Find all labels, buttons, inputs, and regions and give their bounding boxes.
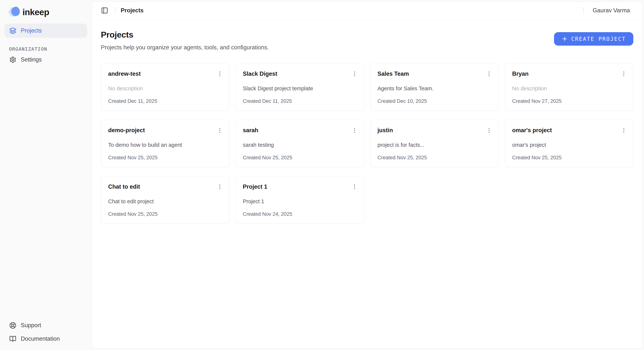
- project-card[interactable]: Sales Team Agents for Sales Team. Create…: [370, 63, 499, 111]
- logo[interactable]: inkeep: [0, 5, 92, 17]
- project-title: Project 1: [243, 183, 267, 190]
- header-right: Gaurav Varma: [584, 7, 642, 14]
- project-card-header: demo-project: [108, 125, 222, 135]
- project-card-header: Chat to edit: [108, 182, 222, 192]
- sidebar-item-support[interactable]: Support: [4, 319, 87, 331]
- project-menu-button[interactable]: [484, 125, 494, 135]
- project-title: andrew-test: [108, 70, 141, 77]
- sidebar-item-label: Settings: [21, 56, 42, 63]
- gear-icon: [9, 56, 16, 63]
- project-card[interactable]: justin project is for facts... Created N…: [370, 120, 499, 167]
- project-card-header: Bryan: [512, 69, 626, 79]
- project-card-header: Sales Team: [378, 69, 492, 79]
- kebab-icon: [351, 71, 358, 77]
- header-divider: [115, 7, 116, 14]
- project-created: Created Dec 11, 2025: [243, 98, 357, 104]
- panel-left-icon: [101, 7, 108, 14]
- project-card[interactable]: demo-project To demo how to build an age…: [101, 120, 230, 167]
- kebab-icon: [217, 71, 223, 77]
- kebab-icon: [486, 127, 492, 133]
- create-project-label: CREATE PROJECT: [571, 36, 626, 42]
- project-menu-button[interactable]: [350, 125, 360, 135]
- project-created: Created Nov 25, 2025: [108, 155, 222, 161]
- project-menu-button[interactable]: [215, 69, 225, 79]
- sidebar-item-label: Projects: [21, 27, 42, 34]
- sidebar-toggle-button[interactable]: [99, 5, 110, 16]
- project-title: Slack Digest: [243, 70, 277, 77]
- project-card-header: omar's project: [512, 125, 626, 135]
- project-description: project is for facts...: [378, 142, 492, 148]
- kebab-icon: [620, 127, 627, 133]
- header-divider: [584, 7, 584, 14]
- page-head-text: Projects Projects help you organize your…: [101, 30, 269, 51]
- create-project-button[interactable]: CREATE PROJECT: [554, 32, 633, 46]
- project-menu-button[interactable]: [215, 182, 225, 192]
- kebab-icon: [351, 184, 358, 190]
- inkeep-logo-icon: [8, 7, 20, 17]
- project-card[interactable]: Chat to edit Chat to edit project Create…: [101, 176, 230, 224]
- logo-wordmark: inkeep: [22, 7, 49, 17]
- project-menu-button[interactable]: [619, 125, 629, 135]
- project-created: Created Nov 24, 2025: [243, 211, 357, 217]
- project-title: sarah: [243, 127, 258, 134]
- project-description: No description: [108, 85, 222, 92]
- project-created: Created Nov 25, 2025: [378, 155, 492, 161]
- kebab-icon: [217, 127, 223, 133]
- project-description: Chat to edit project: [108, 198, 222, 205]
- sidebar-nav: Projects: [0, 23, 92, 38]
- project-title: justin: [378, 127, 393, 134]
- sidebar-item-label: Support: [21, 322, 41, 329]
- sidebar-item-label: Documentation: [21, 336, 60, 342]
- page-title: Projects: [101, 30, 269, 40]
- kebab-icon: [351, 127, 358, 133]
- page-content: Projects Projects help you organize your…: [92, 19, 642, 348]
- project-description: No description: [512, 85, 626, 92]
- main-panel: Projects Gaurav Varma Projects Projects …: [92, 1, 642, 349]
- project-card-header: sarah: [243, 125, 357, 135]
- user-menu[interactable]: Gaurav Varma: [593, 7, 630, 14]
- sidebar-item-documentation[interactable]: Documentation: [4, 333, 87, 345]
- breadcrumb[interactable]: Projects: [121, 7, 144, 14]
- sidebar-item-settings[interactable]: Settings: [4, 54, 87, 66]
- project-card-header: justin: [378, 125, 492, 135]
- page-head: Projects Projects help you organize your…: [101, 30, 633, 51]
- book-open-icon: [9, 336, 16, 342]
- project-card[interactable]: Bryan No description Created Nov 27, 202…: [505, 63, 633, 111]
- sidebar-org-nav: Settings: [0, 54, 92, 66]
- top-bar: Projects Gaurav Varma: [92, 2, 642, 19]
- project-card-header: Slack Digest: [243, 69, 357, 79]
- app-root: inkeep Projects ORGANIZATION: [0, 0, 644, 350]
- project-card[interactable]: andrew-test No description Created Dec 1…: [101, 63, 230, 111]
- project-title: Chat to edit: [108, 183, 140, 190]
- project-card[interactable]: omar's project omar's project Created No…: [505, 120, 633, 167]
- project-created: Created Dec 10, 2025: [378, 98, 492, 104]
- project-menu-button[interactable]: [350, 69, 360, 79]
- project-card[interactable]: sarah sarah testing Created Nov 25, 2025: [236, 120, 364, 167]
- project-created: Created Dec 11, 2025: [108, 98, 222, 104]
- project-description: Slack Digest project template: [243, 85, 357, 92]
- project-title: omar's project: [512, 127, 552, 134]
- project-card[interactable]: Slack Digest Slack Digest project templa…: [236, 63, 364, 111]
- project-created: Created Nov 27, 2025: [512, 98, 626, 104]
- sidebar-item-projects[interactable]: Projects: [4, 23, 87, 38]
- project-description: omar's project: [512, 142, 626, 148]
- projects-grid: andrew-test No description Created Dec 1…: [101, 63, 633, 224]
- kebab-icon: [486, 71, 492, 77]
- project-created: Created Nov 25, 2025: [243, 155, 357, 161]
- kebab-icon: [217, 184, 223, 190]
- project-menu-button[interactable]: [619, 69, 629, 79]
- layers-icon: [9, 27, 16, 34]
- project-card[interactable]: Project 1 Project 1 Created Nov 24, 2025: [236, 176, 364, 224]
- sidebar: inkeep Projects ORGANIZATION: [0, 0, 92, 350]
- project-created: Created Nov 25, 2025: [512, 155, 626, 161]
- project-menu-button[interactable]: [350, 182, 360, 192]
- project-menu-button[interactable]: [215, 125, 225, 135]
- plus-icon: [562, 36, 568, 42]
- page-subtitle: Projects help you organize your agents, …: [101, 44, 269, 51]
- project-description: Project 1: [243, 198, 357, 205]
- project-description: To demo how to build an agent: [108, 142, 222, 148]
- project-card-header: andrew-test: [108, 69, 222, 79]
- project-title: Bryan: [512, 70, 528, 77]
- project-title: demo-project: [108, 127, 145, 134]
- project-menu-button[interactable]: [484, 69, 494, 79]
